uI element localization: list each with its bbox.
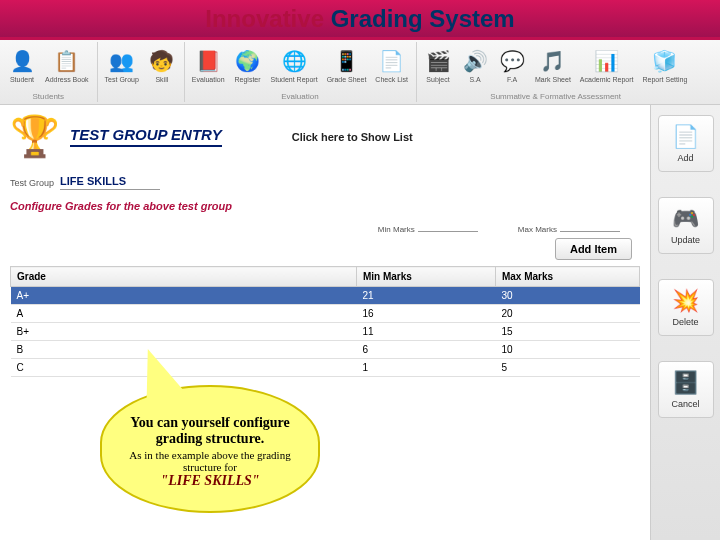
toolbar-button[interactable]: 🌍Register	[230, 46, 266, 85]
cell-min: 11	[356, 323, 495, 341]
toolbar-button[interactable]: 🔊S.A	[457, 46, 493, 85]
cell-max: 15	[495, 323, 639, 341]
toolbar-label: Grade Sheet	[327, 76, 367, 83]
update-icon: 🎮	[672, 206, 699, 232]
toolbar-button[interactable]: 🎬Subject	[420, 46, 456, 85]
toolbar-icon: 🧊	[652, 48, 678, 74]
section-title: TEST GROUP ENTRY	[70, 126, 222, 147]
toolbar-label: Academic Report	[580, 76, 634, 83]
add-item-button[interactable]: Add Item	[555, 238, 632, 260]
toolbar-group: 👤Student📋Address BookStudents	[4, 42, 98, 102]
cell-max: 10	[495, 341, 639, 359]
table-row[interactable]: B610	[11, 341, 640, 359]
col-max[interactable]: Max Marks	[495, 267, 639, 287]
toolbar-icon: 👤	[9, 48, 35, 74]
toolbar-group: 📕Evaluation🌍Register🌐Student Report📱Grad…	[188, 42, 417, 102]
toolbar-label: Check List	[375, 76, 408, 83]
test-group-label: Test Group	[10, 178, 54, 188]
cell-max: 30	[495, 287, 639, 305]
callout-sub: As in the example above the grading stru…	[122, 449, 298, 473]
toolbar-label: Report Setting	[643, 76, 688, 83]
toolbar-icon: 🌍	[235, 48, 261, 74]
toolbar-button[interactable]: 👤Student	[4, 46, 40, 85]
update-button[interactable]: 🎮 Update	[658, 197, 714, 254]
toolbar-button[interactable]: 📊Academic Report	[576, 46, 638, 85]
toolbar-label: Register	[235, 76, 261, 83]
toolbar-group: 🎬Subject🔊S.A💬F.A🎵Mark Sheet📊Academic Rep…	[420, 42, 695, 102]
title-bar: Innovative Grading System	[0, 0, 720, 40]
min-marks-input[interactable]	[418, 220, 478, 232]
test-group-input[interactable]: LIFE SKILLS	[60, 175, 160, 190]
toolbar: 👤Student📋Address BookStudents👥Test Group…	[0, 40, 720, 105]
toolbar-icon: 💬	[499, 48, 525, 74]
page-title: Innovative Grading System	[205, 5, 514, 33]
add-button[interactable]: 📄 Add	[658, 115, 714, 172]
delete-label: Delete	[672, 317, 698, 327]
toolbar-icon: 🧒	[149, 48, 175, 74]
cell-grade: A	[11, 305, 357, 323]
max-marks-label: Max Marks	[518, 225, 557, 234]
cancel-button[interactable]: 🗄️ Cancel	[658, 361, 714, 418]
toolbar-group-label: Summative & Formative Assessment	[420, 92, 691, 101]
cell-max: 5	[495, 359, 639, 377]
toolbar-icon: 🌐	[281, 48, 307, 74]
delete-icon: 💥	[672, 288, 699, 314]
trophy-icon: 🏆	[10, 113, 60, 160]
toolbar-button[interactable]: 💬F.A	[494, 46, 530, 85]
toolbar-button[interactable]: 👥Test Group	[101, 46, 143, 85]
toolbar-icon: 📄	[379, 48, 405, 74]
cell-min: 21	[356, 287, 495, 305]
delete-button[interactable]: 💥 Delete	[658, 279, 714, 336]
title-rest: Grading System	[331, 5, 515, 32]
toolbar-icon: 🎬	[425, 48, 451, 74]
add-label: Add	[677, 153, 693, 163]
toolbar-group: 👥Test Group🧒Skill	[101, 42, 185, 102]
col-min[interactable]: Min Marks	[356, 267, 495, 287]
toolbar-label: Mark Sheet	[535, 76, 571, 83]
cell-min: 6	[356, 341, 495, 359]
table-row[interactable]: B+1115	[11, 323, 640, 341]
table-row[interactable]: A+2130	[11, 287, 640, 305]
toolbar-group-label: Evaluation	[188, 92, 412, 101]
toolbar-label: F.A	[507, 76, 517, 83]
add-icon: 📄	[672, 124, 699, 150]
toolbar-button[interactable]: 🎵Mark Sheet	[531, 46, 575, 85]
toolbar-label: Test Group	[105, 76, 139, 83]
show-list-link[interactable]: Click here to Show List	[292, 131, 413, 143]
toolbar-label: Student Report	[271, 76, 318, 83]
toolbar-icon: 📱	[333, 48, 359, 74]
cell-min: 1	[356, 359, 495, 377]
toolbar-label: Evaluation	[192, 76, 225, 83]
max-marks-input[interactable]	[560, 220, 620, 232]
toolbar-label: Subject	[426, 76, 449, 83]
toolbar-icon: 📊	[594, 48, 620, 74]
callout-emphasis: "LIFE SKILLS"	[122, 473, 298, 489]
min-marks-label: Min Marks	[378, 225, 415, 234]
toolbar-button[interactable]: 🧊Report Setting	[639, 46, 692, 85]
cell-grade: A+	[11, 287, 357, 305]
grades-table: Grade Min Marks Max Marks A+2130A1620B+1…	[10, 266, 640, 377]
table-row[interactable]: A1620	[11, 305, 640, 323]
cancel-label: Cancel	[671, 399, 699, 409]
toolbar-label: Address Book	[45, 76, 89, 83]
toolbar-button[interactable]: 📕Evaluation	[188, 46, 229, 85]
col-grade[interactable]: Grade	[11, 267, 357, 287]
toolbar-button[interactable]: 🧒Skill	[144, 46, 180, 85]
cell-grade: C	[11, 359, 357, 377]
toolbar-label: Student	[10, 76, 34, 83]
toolbar-label: S.A	[469, 76, 480, 83]
cell-max: 20	[495, 305, 639, 323]
content-area: 🏆 TEST GROUP ENTRY Click here to Show Li…	[0, 105, 650, 540]
callout-main: You can yourself configure grading struc…	[122, 415, 298, 447]
toolbar-button[interactable]: 📋Address Book	[41, 46, 93, 85]
side-panel: 📄 Add 🎮 Update 💥 Delete 🗄️ Cancel	[650, 105, 720, 540]
toolbar-button[interactable]: 📄Check List	[371, 46, 412, 85]
update-label: Update	[671, 235, 700, 245]
table-row[interactable]: C15	[11, 359, 640, 377]
toolbar-button[interactable]: 📱Grade Sheet	[323, 46, 371, 85]
toolbar-icon: 🔊	[462, 48, 488, 74]
title-word-1: Innovative	[205, 5, 324, 32]
cell-min: 16	[356, 305, 495, 323]
toolbar-button[interactable]: 🌐Student Report	[267, 46, 322, 85]
toolbar-icon: 📕	[195, 48, 221, 74]
